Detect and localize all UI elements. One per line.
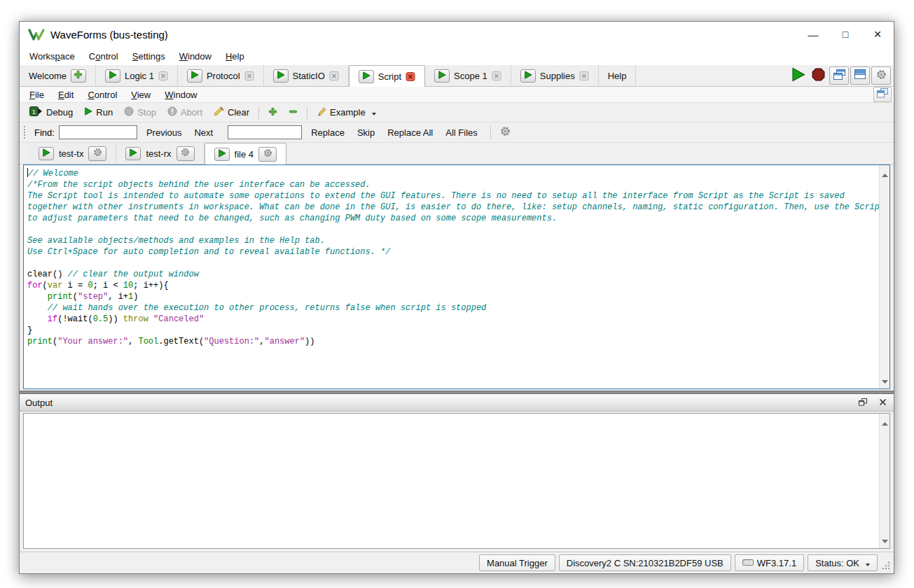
- find-options-button[interactable]: [497, 126, 514, 139]
- tab-label: Supplies: [540, 71, 575, 81]
- status-wf3-17-1-button[interactable]: WF3.17.1: [735, 554, 804, 571]
- minimize-button[interactable]: —: [797, 22, 829, 47]
- file-tab-test-tx[interactable]: test-tx: [29, 143, 116, 164]
- replace-input[interactable]: [228, 125, 302, 139]
- code-line: print("step", i+1): [27, 291, 877, 302]
- undock-window-button[interactable]: [873, 87, 892, 102]
- add-script-tab-button[interactable]: [263, 105, 283, 120]
- scroll-up-icon[interactable]: [882, 167, 888, 180]
- tab-close-icon[interactable]: [579, 71, 589, 80]
- status-discovery2-c-sn-210321b2df59-usb-button[interactable]: Discovery2 C SN:210321B2DF59 USB: [559, 554, 731, 571]
- tab-logic-1[interactable]: Logic 1: [96, 65, 178, 86]
- skip-button[interactable]: Skip: [351, 125, 381, 140]
- editor-scrollbar[interactable]: [879, 165, 889, 388]
- next-button[interactable]: Next: [188, 125, 219, 140]
- maximize-button[interactable]: □: [829, 22, 861, 47]
- file-options-button[interactable]: [88, 146, 106, 161]
- instrument-play-button[interactable]: [105, 69, 120, 83]
- play-icon: [277, 71, 285, 81]
- stopDis-icon: [124, 106, 134, 118]
- abort-button[interactable]: Abort: [162, 104, 208, 120]
- tab-close-icon[interactable]: [492, 71, 501, 80]
- file-tab-file-4[interactable]: file 4: [205, 143, 286, 164]
- file-options-button[interactable]: [176, 146, 195, 161]
- run-button[interactable]: Run: [78, 105, 118, 120]
- close-panel-icon: [879, 398, 887, 408]
- output-scrollbar[interactable]: [879, 414, 889, 548]
- tile-windows-button[interactable]: [850, 66, 870, 85]
- instrument-play-button[interactable]: [359, 70, 374, 83]
- script-menu-view[interactable]: View: [124, 88, 158, 102]
- tab-close-icon[interactable]: [244, 71, 254, 80]
- tab-supplies[interactable]: Supplies: [511, 65, 599, 86]
- example-button[interactable]: Example: [311, 104, 382, 120]
- status-label: Discovery2 C SN:210321B2DF59 USB: [567, 558, 723, 568]
- file-options-button[interactable]: [258, 147, 277, 162]
- stop-button[interactable]: Stop: [118, 104, 162, 120]
- button-label: Run: [96, 107, 113, 118]
- status-status-ok-button[interactable]: Status: OK: [808, 554, 878, 571]
- menu-workspace[interactable]: Workspace: [22, 49, 82, 64]
- menu-window[interactable]: Window: [172, 49, 219, 64]
- tab-protocol[interactable]: Protocol: [178, 65, 264, 86]
- cascade-windows-button[interactable]: [829, 66, 849, 85]
- scroll-up-icon[interactable]: [882, 416, 888, 428]
- scroll-down-icon[interactable]: [882, 374, 888, 386]
- abortDis-icon: [167, 106, 177, 118]
- replace-button[interactable]: Replace: [305, 125, 351, 140]
- separator: [258, 106, 259, 119]
- instrument-play-button[interactable]: [434, 69, 450, 83]
- gear-icon: [876, 69, 887, 83]
- output-float-button[interactable]: [857, 397, 868, 408]
- instrument-play-button[interactable]: [520, 69, 536, 83]
- find-input[interactable]: [59, 125, 137, 139]
- instrument-play-button[interactable]: [187, 69, 202, 83]
- instrument-play-button[interactable]: [273, 69, 289, 83]
- all-files-button[interactable]: All Files: [439, 125, 484, 140]
- global-options-button[interactable]: [871, 66, 891, 85]
- script-menu-control[interactable]: Control: [81, 88, 124, 102]
- menu-help[interactable]: Help: [219, 49, 251, 64]
- titlebar[interactable]: WaveForms (bus-testing) — □ ×: [20, 22, 894, 47]
- run-file-button[interactable]: [214, 148, 230, 161]
- previous-button[interactable]: Previous: [140, 125, 188, 140]
- debug-button[interactable]: 1Debug: [24, 104, 78, 120]
- script-menu-file[interactable]: File: [22, 88, 51, 102]
- file-tab-label: test-rx: [146, 148, 171, 159]
- tab-close-icon[interactable]: [329, 71, 339, 80]
- run-file-button[interactable]: [39, 147, 54, 160]
- tabbar-spacer: [636, 65, 789, 86]
- play-icon: [524, 71, 532, 81]
- script-menu-window[interactable]: Window: [158, 88, 204, 102]
- tab-script[interactable]: Script: [349, 65, 425, 87]
- grip-dots-icon: [882, 561, 891, 573]
- code-editor[interactable]: // Welcome/*From the script objects behi…: [23, 164, 890, 389]
- script-menu-edit[interactable]: Edit: [51, 88, 81, 102]
- output-close-button[interactable]: [877, 397, 888, 408]
- tab-close-icon[interactable]: [158, 71, 168, 80]
- replace-all-button[interactable]: Replace All: [381, 125, 439, 140]
- clear-button[interactable]: Clear: [208, 104, 255, 120]
- scroll-down-icon[interactable]: [882, 533, 888, 546]
- menu-control[interactable]: Control: [82, 49, 125, 64]
- separator: [307, 106, 307, 119]
- output-content[interactable]: [23, 413, 890, 549]
- tab-welcome[interactable]: Welcome: [20, 65, 96, 86]
- menu-settings[interactable]: Settings: [125, 49, 172, 64]
- toolbar-drag-handle[interactable]: [24, 126, 29, 139]
- close-button[interactable]: ×: [861, 22, 894, 47]
- tab-scope-1[interactable]: Scope 1: [425, 65, 511, 86]
- code-text[interactable]: // Welcome/*From the script objects behi…: [24, 165, 889, 347]
- tab-close-icon[interactable]: [406, 72, 415, 81]
- run-file-button[interactable]: [125, 147, 141, 160]
- remove-script-tab-button[interactable]: [283, 105, 303, 120]
- tab-help[interactable]: Help: [599, 65, 637, 86]
- stop-all-button[interactable]: [809, 66, 828, 85]
- status-manual-trigger-button[interactable]: Manual Trigger: [479, 554, 555, 571]
- add-instrument-button[interactable]: [71, 69, 86, 83]
- file-tab-test-rx[interactable]: test-rx: [116, 143, 204, 164]
- resize-grip[interactable]: [881, 562, 891, 573]
- minus-icon: [289, 107, 298, 118]
- run-all-button[interactable]: [789, 66, 808, 85]
- tab-staticio[interactable]: StaticIO: [264, 65, 349, 86]
